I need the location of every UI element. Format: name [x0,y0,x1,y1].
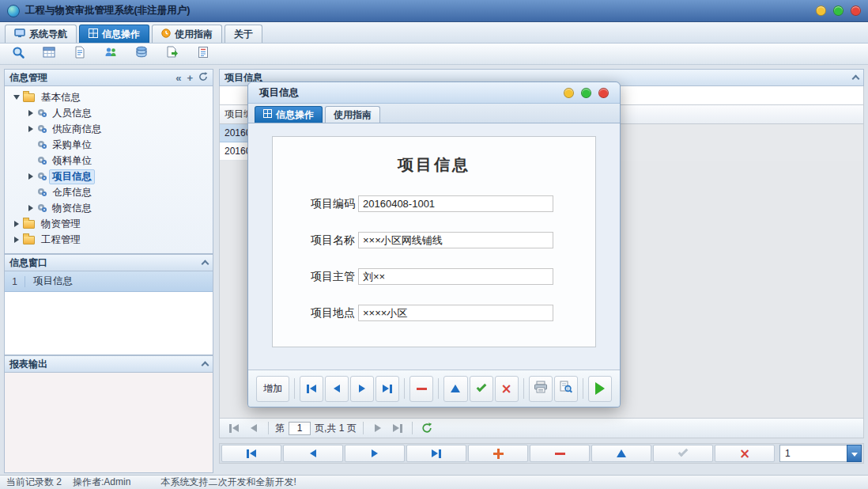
cancel-button[interactable]: × [495,376,519,402]
gear-icon [37,108,47,118]
add-record-button[interactable] [468,445,528,462]
tab-about[interactable]: 关于 [225,25,262,43]
info-mgmt-panel-title: 信息管理 [9,71,47,85]
form-row-project-location: 项目地点 [282,305,595,321]
last-record-button[interactable] [406,445,466,462]
project-manager-field[interactable] [358,268,553,285]
export-button[interactable] [160,45,184,63]
close-button[interactable] [851,6,861,16]
page-input[interactable] [289,422,311,435]
chevron-down-icon [851,453,858,457]
refresh-button[interactable] [419,421,435,435]
search-icon [12,46,25,63]
expand-arrow-icon[interactable] [28,110,33,116]
maximize-button[interactable] [833,6,843,16]
tree-item-warehouse-info[interactable]: 仓库信息 [5,184,213,200]
gear-icon [37,156,47,165]
last-page-button[interactable] [390,421,406,435]
search-button[interactable] [6,45,30,63]
tree-item-project-info[interactable]: 项目信息 [5,169,213,184]
prev-button[interactable] [325,376,349,402]
tree-item-engineering-mgmt[interactable]: 工程管理 [5,232,213,248]
expand-arrow-icon[interactable] [28,126,33,132]
first-record-button[interactable] [221,445,281,462]
statusbar: 当前记录数 2 操作者:Admin 本系统支持二次开发和全新开发! [0,475,868,489]
add-button[interactable]: 增加 [256,376,289,402]
delete-button[interactable] [409,376,433,402]
move-up-button[interactable] [443,376,467,402]
tree-item-basic-info[interactable]: 基本信息 [5,89,213,105]
print-button[interactable] [529,376,553,402]
confirm-button[interactable] [653,445,713,462]
tree-item-purchase-unit[interactable]: 采购单位 [5,137,213,153]
dialog-tab-user-guide[interactable]: 使用指南 [325,106,380,123]
delete-record-button[interactable] [530,445,590,462]
minimize-button[interactable] [816,6,826,16]
report-button[interactable] [191,45,215,63]
project-name-field[interactable] [358,232,553,248]
tab-user-guide[interactable]: 使用指南 [152,25,222,43]
table-button[interactable] [37,45,61,63]
move-up-button[interactable] [591,445,651,462]
info-window-panel-header: 信息窗口 [4,254,213,271]
gear-icon [37,172,47,181]
expand-arrow-icon[interactable] [14,237,19,243]
first-button[interactable] [300,376,323,402]
project-location-field[interactable] [358,305,553,321]
cancel-button[interactable]: × [715,445,775,462]
gear-icon [37,188,47,197]
next-record-button[interactable] [345,445,405,462]
dialog-tabbar: 信息操作 使用指南 [248,104,620,123]
dialog-maximize-button[interactable] [581,88,591,98]
dialog-minimize-button[interactable] [564,88,574,98]
report-panel-header: 报表输出 [4,355,213,373]
tree-item-material-unit[interactable]: 领料单位 [5,153,213,169]
collapse-chevron-icon[interactable] [852,75,860,83]
first-page-button[interactable] [226,421,242,435]
info-window-list: 1 项目信息 [4,271,213,355]
field-label: 项目编码 [282,197,355,211]
document-button[interactable] [68,45,92,63]
refresh-icon[interactable] [198,72,208,83]
collapse-panel-icon[interactable]: « [175,73,181,83]
add-icon[interactable]: + [187,73,193,83]
run-button[interactable] [588,376,612,402]
record-toolbar: × [219,443,864,464]
gear-icon [37,203,47,213]
group-button[interactable] [99,45,123,63]
tree-item-personnel-info[interactable]: 人员信息 [5,105,213,121]
expand-arrow-icon[interactable] [14,221,19,227]
project-code-field[interactable] [358,195,553,212]
dialog-title: 项目信息 [259,86,299,100]
field-label: 项目地点 [282,306,355,320]
clock-icon [161,28,171,40]
preview-button[interactable] [554,376,578,402]
combo-input[interactable] [779,445,847,462]
expand-arrow-icon[interactable] [28,173,33,180]
dialog-titlebar[interactable]: 项目信息 [248,82,620,104]
titlebar: 工程与物资审批管理系统(非注册用户) [0,0,868,22]
collapse-chevron-icon[interactable] [202,362,209,370]
tree-item-supplier-info[interactable]: 供应商信息 [5,121,213,137]
field-label: 项目主管 [282,270,355,284]
tree-item-materials-info[interactable]: 物资信息 [5,200,213,216]
tab-info-operations[interactable]: 信息操作 [79,25,149,43]
tab-system-nav[interactable]: 系统导航 [5,25,77,43]
dialog-tab-info-operations[interactable]: 信息操作 [255,106,323,123]
info-window-item[interactable]: 1 项目信息 [5,271,213,292]
dialog-close-button[interactable] [598,88,609,98]
combo-dropdown-button[interactable] [847,445,862,462]
collapse-arrow-icon[interactable] [13,95,20,100]
collapse-chevron-icon[interactable] [202,260,209,268]
confirm-button[interactable] [470,376,493,402]
tree-item-materials-mgmt[interactable]: 物资管理 [5,216,213,232]
next-page-button[interactable] [370,421,386,435]
database-button[interactable] [130,45,153,63]
last-button[interactable] [376,376,399,402]
prev-record-button[interactable] [283,445,343,462]
folder-icon [23,220,35,229]
next-button[interactable] [350,376,374,402]
prev-page-button[interactable] [246,421,262,435]
record-count-text: 当前记录数 2 [6,476,62,489]
expand-arrow-icon[interactable] [28,205,33,211]
